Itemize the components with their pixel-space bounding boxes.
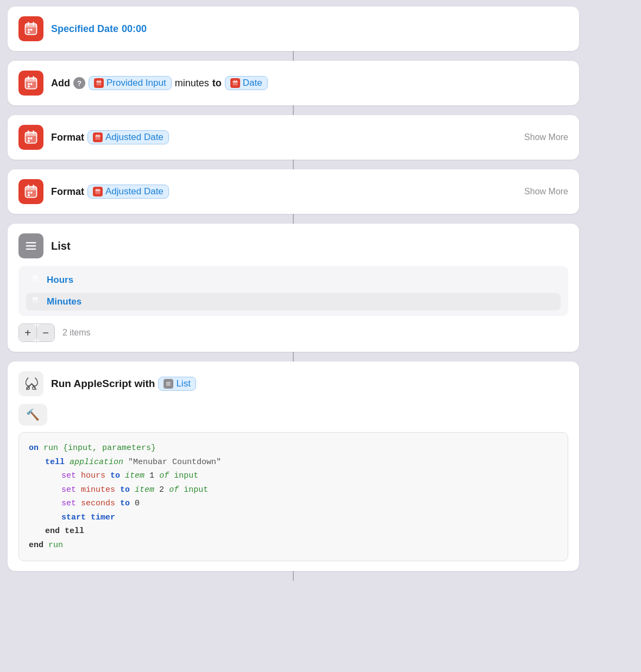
specified-date-block: Specified Date 00:00 (8, 7, 579, 51)
calendar-icon-1 (18, 16, 43, 41)
svg-rect-42 (30, 192, 33, 194)
params: {input, parameters} (63, 443, 156, 453)
show-more-2[interactable]: Show More (524, 187, 568, 196)
svg-rect-49 (26, 245, 36, 246)
date-label: Date (243, 78, 262, 88)
date-icon (230, 78, 240, 88)
code-line-4: set minutes to item 2 of input (29, 483, 558, 497)
adjusted-date-label-2: Adjusted Date (105, 186, 164, 197)
code-line-7: end tell (29, 524, 558, 538)
script-title-content: Run AppleScript with List (51, 377, 568, 391)
svg-rect-7 (28, 31, 30, 34)
to-label: to (212, 78, 222, 89)
kw-start-timer: start timer (61, 513, 115, 522)
svg-rect-6 (30, 29, 33, 31)
num-0: 0 (135, 499, 140, 508)
date-pill[interactable]: Date (225, 76, 268, 90)
app-name-string: "Menubar Countdown" (128, 458, 221, 467)
specified-date-label: Specified Date (51, 23, 118, 35)
svg-rect-56 (33, 297, 39, 300)
code-line-2: tell application "Menubar Countdown" (29, 455, 558, 470)
list-item-minutes[interactable]: Minutes (26, 293, 561, 310)
applescript-block: Run AppleScript with List 🔨 on run {inpu… (8, 362, 579, 571)
kw-to-1: to (110, 471, 120, 480)
kw-end: end (29, 541, 43, 550)
code-line-3: set hours to item 1 of input (29, 469, 558, 483)
question-mark-icon: ? (73, 77, 85, 89)
applescript-icon (18, 371, 43, 396)
format2-content: Format Adjusted Date (51, 185, 517, 199)
svg-rect-62 (166, 384, 171, 384)
minutes-label: minutes (175, 78, 209, 89)
adjusted-date-icon-1 (93, 132, 103, 142)
provided-input-pill[interactable]: Provided Input (89, 76, 172, 90)
svg-rect-50 (26, 249, 36, 250)
show-more-1[interactable]: Show More (524, 132, 568, 142)
svg-rect-2 (26, 24, 37, 28)
connector-4 (293, 214, 294, 224)
hours-label: Hours (47, 275, 73, 286)
kw-tell: tell (45, 458, 65, 467)
list-header: List (18, 233, 568, 258)
minutes-icon (32, 296, 42, 307)
fn-run: run (43, 443, 63, 453)
format2-label: Format (51, 186, 84, 198)
svg-rect-31 (28, 140, 30, 142)
svg-rect-63 (166, 385, 171, 385)
var-input-2: input (184, 485, 208, 495)
list-title: List (51, 240, 71, 252)
provided-input-label: Provided Input (106, 78, 166, 88)
hammer-icon: 🔨 (26, 408, 40, 421)
list-footer: + − 2 items (18, 324, 568, 342)
calendar-icon-4 (18, 179, 43, 204)
specified-date-content: Specified Date 00:00 (51, 23, 568, 35)
svg-rect-38 (26, 187, 37, 191)
var-hours: hours (81, 471, 110, 480)
connector-2 (293, 105, 294, 115)
code-line-6: start timer (29, 511, 558, 525)
add-content: Add ? Provided Input minutes to Date (51, 76, 568, 90)
kw-set-1: set (61, 471, 76, 480)
kw-set-2: set (61, 485, 76, 495)
list-item-hours[interactable]: Hours (26, 271, 561, 289)
adjusted-date-pill-2[interactable]: Adjusted Date (87, 185, 169, 199)
num-2: 2 (159, 485, 164, 495)
list-add-button[interactable]: + (19, 324, 36, 341)
provided-input-icon (94, 78, 104, 88)
list-items-container: Hours Minutes (18, 266, 568, 316)
svg-rect-10 (26, 78, 37, 82)
svg-rect-26 (26, 132, 37, 136)
kw-on: on (29, 443, 39, 453)
code-line-8: end run (29, 538, 558, 553)
list-reference-pill[interactable]: List (158, 377, 196, 391)
connector-3 (293, 160, 294, 169)
svg-rect-41 (28, 192, 30, 194)
kw-of-1: of (159, 471, 174, 480)
minutes-label: Minutes (47, 296, 81, 307)
format1-label: Format (51, 132, 84, 143)
svg-rect-13 (28, 83, 30, 85)
list-ref-icon (164, 379, 173, 389)
svg-rect-45 (96, 189, 100, 191)
calendar-icon-3 (18, 125, 43, 150)
add-block: Add ? Provided Input minutes to Date (8, 61, 579, 105)
kw-set-3: set (61, 499, 76, 508)
var-minutes: minutes (81, 485, 120, 495)
svg-rect-33 (96, 135, 100, 137)
connector-1 (293, 51, 294, 61)
list-block: List Hours Minutes + − 2 items (8, 224, 579, 352)
kw-item-2: item (135, 485, 159, 495)
adjusted-date-pill-1[interactable]: Adjusted Date (87, 130, 169, 144)
svg-rect-48 (26, 242, 36, 243)
list-remove-button[interactable]: − (37, 324, 54, 341)
build-button[interactable]: 🔨 (18, 404, 47, 426)
calendar-icon-2 (18, 71, 43, 96)
items-count: 2 items (62, 328, 91, 338)
add-label: Add (51, 78, 70, 89)
kw-of-2: of (169, 485, 184, 495)
code-line-1: on run {input, parameters} (29, 441, 558, 455)
format1-content: Format Adjusted Date (51, 130, 517, 144)
code-line-5: set seconds to 0 (29, 497, 558, 511)
svg-rect-5 (28, 29, 30, 31)
svg-rect-61 (166, 382, 171, 383)
